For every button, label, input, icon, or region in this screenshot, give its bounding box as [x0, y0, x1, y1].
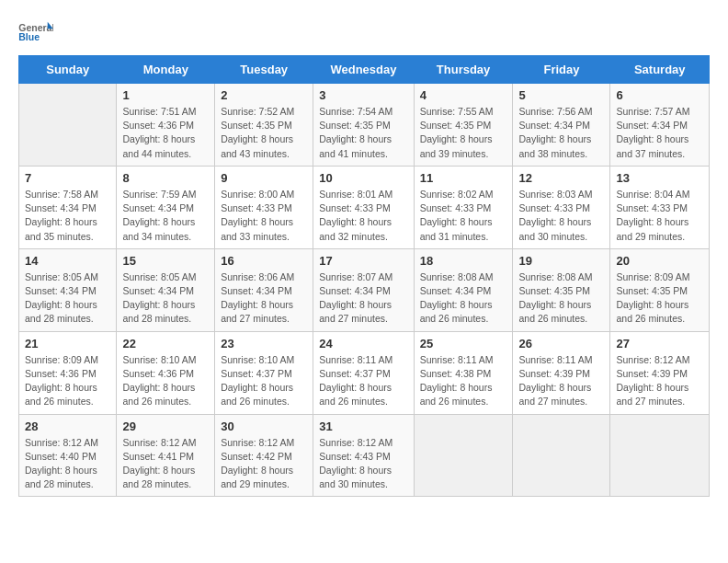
day-number: 24: [319, 337, 407, 350]
day-number: 2: [221, 88, 307, 102]
day-info: Sunrise: 8:05 AM Sunset: 4:34 PM Dayligh…: [25, 270, 110, 327]
calendar-cell: 26Sunrise: 8:11 AM Sunset: 4:39 PM Dayli…: [513, 331, 610, 414]
calendar-cell: 3Sunrise: 7:54 AM Sunset: 4:35 PM Daylig…: [313, 84, 414, 167]
day-number: 18: [420, 254, 507, 268]
calendar-cell: 12Sunrise: 8:03 AM Sunset: 4:33 PM Dayli…: [513, 166, 610, 248]
day-number: 21: [25, 337, 110, 350]
calendar-cell: 30Sunrise: 8:12 AM Sunset: 4:42 PM Dayli…: [215, 414, 313, 497]
calendar-cell: 10Sunrise: 8:01 AM Sunset: 4:33 PM Dayli…: [313, 166, 414, 248]
calendar-cell: 4Sunrise: 7:55 AM Sunset: 4:35 PM Daylig…: [414, 84, 513, 167]
day-info: Sunrise: 7:56 AM Sunset: 4:34 PM Dayligh…: [518, 105, 604, 161]
day-info: Sunrise: 8:12 AM Sunset: 4:41 PM Dayligh…: [122, 436, 209, 492]
day-number: 28: [25, 419, 110, 433]
calendar-cell: 31Sunrise: 8:12 AM Sunset: 4:43 PM Dayli…: [313, 414, 414, 497]
calendar-cell: 13Sunrise: 8:04 AM Sunset: 4:33 PM Dayli…: [610, 166, 710, 248]
day-info: Sunrise: 7:54 AM Sunset: 4:35 PM Dayligh…: [319, 105, 407, 161]
day-number: 10: [319, 171, 407, 185]
svg-text:Blue: Blue: [18, 31, 40, 42]
day-info: Sunrise: 7:55 AM Sunset: 4:35 PM Dayligh…: [420, 105, 507, 161]
day-number: 26: [518, 337, 604, 350]
calendar-cell: 21Sunrise: 8:09 AM Sunset: 4:36 PM Dayli…: [19, 331, 117, 414]
page-header: General Blue: [18, 18, 710, 46]
day-number: 14: [25, 254, 110, 268]
calendar-cell: [513, 414, 610, 497]
day-number: 31: [319, 419, 407, 433]
calendar-cell: 15Sunrise: 8:05 AM Sunset: 4:34 PM Dayli…: [117, 248, 215, 331]
calendar-cell: 23Sunrise: 8:10 AM Sunset: 4:37 PM Dayli…: [215, 331, 313, 414]
logo: General Blue: [18, 18, 55, 46]
calendar-cell: 16Sunrise: 8:06 AM Sunset: 4:34 PM Dayli…: [215, 248, 313, 331]
day-info: Sunrise: 8:12 AM Sunset: 4:39 PM Dayligh…: [616, 353, 703, 409]
day-info: Sunrise: 8:09 AM Sunset: 4:36 PM Dayligh…: [25, 353, 110, 409]
day-number: 25: [420, 337, 507, 350]
calendar-cell: 27Sunrise: 8:12 AM Sunset: 4:39 PM Dayli…: [610, 331, 710, 414]
column-header-wednesday: Wednesday: [313, 56, 414, 84]
column-header-friday: Friday: [513, 56, 610, 84]
calendar-table: SundayMondayTuesdayWednesdayThursdayFrid…: [18, 55, 710, 497]
day-info: Sunrise: 8:01 AM Sunset: 4:33 PM Dayligh…: [319, 188, 407, 244]
column-header-sunday: Sunday: [19, 56, 117, 84]
day-info: Sunrise: 8:00 AM Sunset: 4:33 PM Dayligh…: [221, 188, 307, 244]
calendar-cell: 20Sunrise: 8:09 AM Sunset: 4:35 PM Dayli…: [610, 248, 710, 331]
day-number: 1: [122, 88, 209, 102]
day-info: Sunrise: 8:12 AM Sunset: 4:42 PM Dayligh…: [221, 436, 307, 492]
day-number: 11: [420, 171, 507, 185]
column-header-monday: Monday: [117, 56, 215, 84]
column-header-thursday: Thursday: [414, 56, 513, 84]
day-info: Sunrise: 8:10 AM Sunset: 4:37 PM Dayligh…: [221, 353, 307, 409]
day-number: 4: [420, 88, 507, 102]
calendar-cell: 18Sunrise: 8:08 AM Sunset: 4:34 PM Dayli…: [414, 248, 513, 331]
day-info: Sunrise: 8:10 AM Sunset: 4:36 PM Dayligh…: [122, 353, 209, 409]
calendar-cell: 29Sunrise: 8:12 AM Sunset: 4:41 PM Dayli…: [117, 414, 215, 497]
calendar-cell: 9Sunrise: 8:00 AM Sunset: 4:33 PM Daylig…: [215, 166, 313, 248]
day-info: Sunrise: 7:51 AM Sunset: 4:36 PM Dayligh…: [122, 105, 209, 161]
day-info: Sunrise: 8:11 AM Sunset: 4:39 PM Dayligh…: [518, 353, 604, 409]
column-header-saturday: Saturday: [610, 56, 710, 84]
day-info: Sunrise: 8:09 AM Sunset: 4:35 PM Dayligh…: [616, 270, 703, 327]
day-number: 19: [518, 254, 604, 268]
day-info: Sunrise: 8:03 AM Sunset: 4:33 PM Dayligh…: [518, 188, 604, 244]
day-number: 30: [221, 419, 307, 433]
day-number: 13: [616, 171, 703, 185]
calendar-cell: 28Sunrise: 8:12 AM Sunset: 4:40 PM Dayli…: [19, 414, 117, 497]
calendar-cell: 5Sunrise: 7:56 AM Sunset: 4:34 PM Daylig…: [513, 84, 610, 167]
day-number: 17: [319, 254, 407, 268]
day-number: 27: [616, 337, 703, 350]
day-info: Sunrise: 8:07 AM Sunset: 4:34 PM Dayligh…: [319, 270, 407, 327]
calendar-cell: 8Sunrise: 7:59 AM Sunset: 4:34 PM Daylig…: [117, 166, 215, 248]
day-number: 20: [616, 254, 703, 268]
day-number: 23: [221, 337, 307, 350]
calendar-cell: 19Sunrise: 8:08 AM Sunset: 4:35 PM Dayli…: [513, 248, 610, 331]
day-number: 3: [319, 88, 407, 102]
day-info: Sunrise: 8:04 AM Sunset: 4:33 PM Dayligh…: [616, 188, 703, 244]
day-number: 12: [518, 171, 604, 185]
day-info: Sunrise: 8:05 AM Sunset: 4:34 PM Dayligh…: [122, 270, 209, 327]
day-number: 7: [25, 171, 110, 185]
day-number: 29: [122, 419, 209, 433]
day-info: Sunrise: 7:57 AM Sunset: 4:34 PM Dayligh…: [616, 105, 703, 161]
calendar-cell: 25Sunrise: 8:11 AM Sunset: 4:38 PM Dayli…: [414, 331, 513, 414]
calendar-cell: 17Sunrise: 8:07 AM Sunset: 4:34 PM Dayli…: [313, 248, 414, 331]
day-info: Sunrise: 8:11 AM Sunset: 4:37 PM Dayligh…: [319, 353, 407, 409]
calendar-cell: 22Sunrise: 8:10 AM Sunset: 4:36 PM Dayli…: [117, 331, 215, 414]
day-number: 22: [122, 337, 209, 350]
calendar-cell: [610, 414, 710, 497]
calendar-cell: [19, 84, 117, 167]
day-number: 8: [122, 171, 209, 185]
calendar-cell: 14Sunrise: 8:05 AM Sunset: 4:34 PM Dayli…: [19, 248, 117, 331]
day-info: Sunrise: 7:52 AM Sunset: 4:35 PM Dayligh…: [221, 105, 307, 161]
day-info: Sunrise: 8:11 AM Sunset: 4:38 PM Dayligh…: [420, 353, 507, 409]
calendar-cell: 2Sunrise: 7:52 AM Sunset: 4:35 PM Daylig…: [215, 84, 313, 167]
calendar-cell: 24Sunrise: 8:11 AM Sunset: 4:37 PM Dayli…: [313, 331, 414, 414]
day-info: Sunrise: 8:12 AM Sunset: 4:40 PM Dayligh…: [25, 436, 110, 492]
calendar-cell: 6Sunrise: 7:57 AM Sunset: 4:34 PM Daylig…: [610, 84, 710, 167]
day-info: Sunrise: 8:06 AM Sunset: 4:34 PM Dayligh…: [221, 270, 307, 327]
column-header-tuesday: Tuesday: [215, 56, 313, 84]
day-info: Sunrise: 8:08 AM Sunset: 4:34 PM Dayligh…: [420, 270, 507, 327]
day-number: 16: [221, 254, 307, 268]
day-info: Sunrise: 8:08 AM Sunset: 4:35 PM Dayligh…: [518, 270, 604, 327]
day-info: Sunrise: 7:58 AM Sunset: 4:34 PM Dayligh…: [25, 188, 110, 244]
calendar-cell: [414, 414, 513, 497]
calendar-cell: 11Sunrise: 8:02 AM Sunset: 4:33 PM Dayli…: [414, 166, 513, 248]
day-info: Sunrise: 7:59 AM Sunset: 4:34 PM Dayligh…: [122, 188, 209, 244]
